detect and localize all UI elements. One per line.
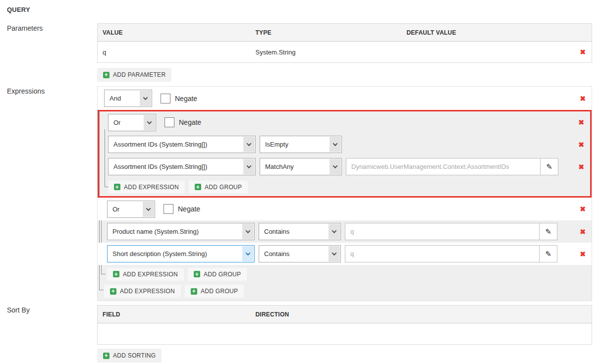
operator-select-isempty[interactable]: IsEmpty	[260, 136, 342, 153]
parameter-row: q System.String ✖	[98, 42, 592, 63]
field-select-product-name[interactable]: Product name (System.String)	[107, 223, 255, 240]
add-parameter-button[interactable]: + ADD PARAMETER	[97, 68, 171, 82]
expression-row-isempty: Assortment IDs (System.String[]) IsEmpty…	[99, 133, 590, 156]
remove-expression-button[interactable]: ✖	[579, 250, 587, 259]
root-negate-checkbox[interactable]	[161, 94, 170, 104]
expression-row-short-description: Short description (System.String) Contai…	[98, 243, 592, 265]
plus-icon: +	[195, 184, 201, 190]
field-select-assortment-1[interactable]: Assortment IDs (System.String[])	[108, 136, 256, 153]
search-group-negate-label: Negate	[178, 205, 200, 213]
expression-value-input[interactable]	[345, 223, 539, 240]
assortment-group-operator-select[interactable]: Or	[108, 114, 156, 131]
column-header-direction: DIRECTION	[251, 306, 592, 323]
add-sorting-label: ADD SORTING	[113, 352, 156, 359]
expression-value-input[interactable]	[346, 158, 540, 175]
sort-field-cell	[98, 323, 251, 345]
assortment-group-add-row: + ADD EXPRESSION + ADD GROUP	[99, 178, 590, 196]
plus-icon: +	[194, 271, 200, 277]
add-group-button[interactable]: + ADD GROUP	[185, 285, 244, 298]
column-header-remove	[557, 24, 592, 42]
add-group-button[interactable]: + ADD GROUP	[189, 181, 248, 194]
page-title: QUERY	[7, 6, 604, 13]
expressions-section: Expressions And Negate ✖	[7, 86, 604, 301]
tree-connector-line	[105, 187, 109, 187]
sort-by-table: FIELD DIRECTION	[97, 305, 592, 345]
field-select-value: Short description (System.String)	[108, 250, 207, 258]
chevron-down-icon	[242, 246, 254, 261]
chevron-down-icon	[329, 137, 341, 152]
operator-select-matchany[interactable]: MatchAny	[260, 158, 342, 175]
remove-search-group-button[interactable]: ✖	[579, 205, 587, 213]
expression-row-product-name: Product name (System.String) Contains ✎ …	[98, 220, 592, 243]
search-group-negate-checkbox[interactable]	[164, 204, 173, 214]
parameters-header-row: VALUE TYPE DEFAULT VALUE	[98, 24, 592, 42]
column-header-type: TYPE	[251, 24, 402, 42]
operator-select-value: MatchAny	[260, 163, 294, 170]
add-group-label: ADD GROUP	[201, 288, 238, 295]
add-expression-button[interactable]: + ADD EXPRESSION	[107, 268, 184, 281]
operator-select-value: IsEmpty	[260, 141, 288, 148]
search-group-operator-value: Or	[108, 206, 119, 213]
query-editor-page: QUERY Parameters VALUE TYPE DEFAULT VALU…	[0, 0, 604, 363]
add-sorting-button[interactable]: + ADD SORTING	[97, 349, 162, 363]
pencil-icon[interactable]: ✎	[539, 223, 557, 240]
assortment-group-negate-checkbox[interactable]	[165, 117, 174, 127]
add-parameter-label: ADD PARAMETER	[113, 71, 165, 78]
tree-connector-line	[99, 290, 104, 290]
remove-expression-button[interactable]: ✖	[577, 140, 585, 149]
pencil-icon[interactable]: ✎	[540, 158, 558, 175]
add-group-label: ADD GROUP	[204, 271, 241, 278]
expression-value-input[interactable]	[345, 245, 539, 262]
remove-parameter-button[interactable]: ✖	[579, 48, 587, 56]
search-group-operator-select[interactable]: Or	[107, 201, 155, 218]
plus-icon: +	[103, 72, 110, 78]
add-expression-button[interactable]: + ADD EXPRESSION	[108, 181, 185, 194]
operator-select-contains-1[interactable]: Contains	[259, 223, 341, 240]
add-expression-label: ADD EXPRESSION	[124, 184, 179, 191]
remove-expression-button[interactable]: ✖	[579, 227, 587, 236]
search-group-add-row: + ADD EXPRESSION + ADD GROUP	[98, 265, 592, 283]
parameters-table: VALUE TYPE DEFAULT VALUE q System.String…	[97, 23, 592, 63]
operator-select-value: Contains	[259, 228, 289, 235]
plus-icon: +	[113, 271, 119, 277]
field-select-short-description[interactable]: Short description (System.String)	[107, 245, 255, 262]
remove-root-group-button[interactable]: ✖	[579, 94, 587, 103]
field-select-value: Product name (System.String)	[108, 228, 199, 235]
operator-select-value: Contains	[259, 250, 289, 258]
assortment-group-operator-value: Or	[109, 119, 120, 126]
assortment-group-header-row: Or Negate ✖	[99, 111, 590, 133]
plus-icon: +	[110, 288, 116, 295]
chevron-down-icon	[243, 159, 255, 174]
column-header-field: FIELD	[98, 306, 251, 323]
tree-connector-line	[101, 274, 106, 274]
sort-direction-cell	[251, 323, 592, 345]
parameters-section: Parameters VALUE TYPE DEFAULT VALUE q Sy…	[7, 23, 604, 82]
root-operator-value: And	[105, 95, 121, 102]
remove-assortment-group-button[interactable]: ✖	[577, 118, 585, 127]
expression-row-matchany: Assortment IDs (System.String[]) MatchAn…	[99, 156, 590, 178]
assortment-group-negate-label: Negate	[179, 118, 201, 126]
parameters-label: Parameters	[7, 23, 97, 32]
pencil-icon[interactable]: ✎	[539, 245, 557, 262]
root-operator-select[interactable]: And	[104, 90, 152, 107]
add-expression-label: ADD EXPRESSION	[120, 288, 175, 295]
add-group-button[interactable]: + ADD GROUP	[188, 268, 247, 281]
chevron-down-icon	[329, 246, 340, 261]
plus-icon: +	[114, 184, 120, 190]
search-group-header-row: Or Negate ✖	[98, 198, 592, 220]
sort-by-section: Sort By FIELD DIRECTION + AD	[7, 305, 604, 363]
remove-expression-button[interactable]: ✖	[577, 162, 585, 171]
expressions-panel: And Negate ✖ Or	[97, 86, 592, 301]
field-select-assortment-2[interactable]: Assortment IDs (System.String[])	[108, 158, 256, 175]
parameter-value-cell: q	[98, 42, 251, 63]
search-group: Or Negate ✖ Product name (System.String)	[98, 198, 592, 283]
add-group-label: ADD GROUP	[205, 184, 242, 191]
sort-by-header-row: FIELD DIRECTION	[98, 306, 592, 323]
add-expression-button[interactable]: + ADD EXPRESSION	[104, 285, 181, 298]
chevron-down-icon	[329, 159, 341, 174]
plus-icon: +	[191, 288, 197, 295]
root-group-add-row: + ADD EXPRESSION + ADD GROUP	[98, 283, 592, 299]
operator-select-contains-2[interactable]: Contains	[259, 245, 341, 262]
sort-by-label: Sort By	[7, 305, 97, 314]
parameter-type-cell: System.String	[251, 42, 402, 63]
